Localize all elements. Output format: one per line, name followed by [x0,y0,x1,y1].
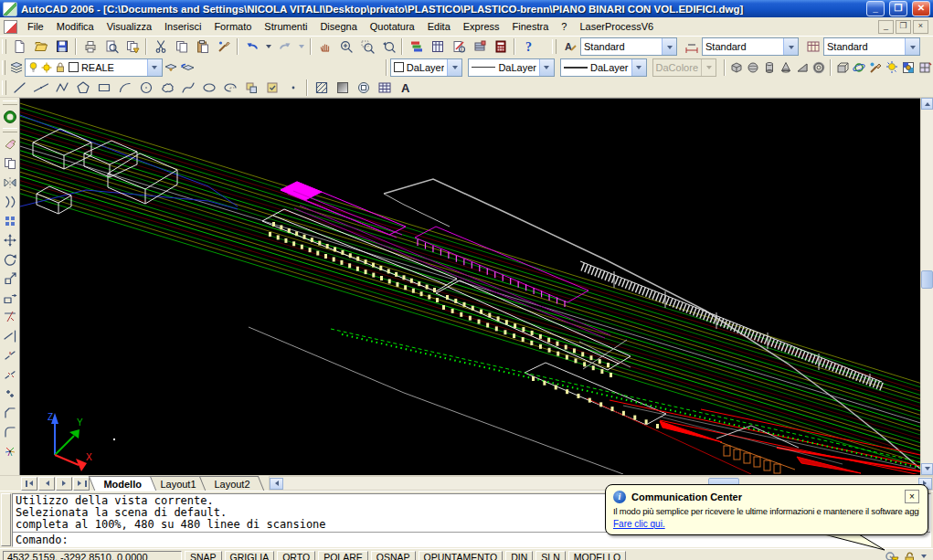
scale-button[interactable] [0,269,19,288]
table-style-dropdown-icon[interactable] [905,38,919,55]
plot-preview-button[interactable] [101,37,122,57]
toolbar-grip[interactable] [3,100,17,105]
undo-button[interactable] [241,37,262,57]
tray-dropdown-icon[interactable] [921,555,927,560]
redo-dropdown[interactable] [295,37,307,57]
array-button[interactable] [0,211,19,230]
move-button[interactable] [0,230,19,249]
join-button[interactable] [0,384,19,403]
layer-manager-button[interactable] [8,58,25,78]
layer-on-bulb-icon[interactable] [28,61,38,73]
toggle-modello[interactable]: MODELLO [568,551,626,560]
menu-formato[interactable]: Formato [207,19,258,34]
tab-modello[interactable]: Modello [89,476,156,491]
construction-line-tool-button[interactable] [30,78,51,98]
circle-tool-button[interactable] [135,78,156,98]
close-button[interactable]: ✕ [912,1,930,16]
coordinates-display[interactable]: 4532.5159, -3292.8510, 0.0000 [3,551,182,560]
3d-orbit-button[interactable] [851,58,867,78]
mtext-tool-button[interactable]: A [395,78,416,98]
restore-button[interactable]: ❐ [889,1,907,16]
vertical-scrollbar[interactable] [920,98,933,475]
plot-button[interactable] [80,37,101,57]
toggle-orto[interactable]: ORTO [277,551,315,560]
erase-button[interactable] [0,134,19,153]
toggle-polare[interactable]: POLARE [318,551,368,560]
popup-link[interactable]: Fare clic qui. [613,519,665,529]
toggle-sln[interactable]: SLN [535,551,565,560]
last-tab-button[interactable] [73,477,90,491]
minimize-button[interactable]: _ [866,1,885,16]
menu-inserisci[interactable]: Inserisci [158,19,207,34]
line-tool-button[interactable] [9,78,30,98]
scroll-up-button[interactable] [921,98,933,110]
lineweight-combo[interactable]: DaLayer [560,58,647,77]
mdi-minimize-button[interactable]: _ [878,20,894,34]
layer-combo[interactable]: REALE [25,58,163,77]
menu-help[interactable]: ? [555,19,573,34]
save-button[interactable] [51,37,72,57]
menu-edita[interactable]: Edita [421,19,457,34]
ellipse-arc-tool-button[interactable] [219,78,240,98]
menu-file[interactable]: File [21,19,50,34]
text-style-dropdown-icon[interactable] [662,38,676,55]
help-button[interactable]: ? [518,37,539,57]
arc-tool-button[interactable] [114,78,135,98]
spline-tool-button[interactable] [177,78,198,98]
toggle-griglia[interactable]: GRIGLIA [225,551,275,560]
toolbar-grip[interactable] [2,39,6,54]
new-file-button[interactable] [9,37,30,57]
scroll-left-button[interactable] [270,478,283,490]
toolbar-grip[interactable] [2,80,6,95]
redo-button[interactable] [274,37,295,57]
dim-style-combo[interactable]: Standard [702,37,799,56]
sphere-primitive-button[interactable] [745,58,761,78]
menu-strumenti[interactable]: Strumenti [258,19,313,34]
menu-visualizza[interactable]: Visualizza [101,19,158,34]
tab-layout2[interactable]: Layout2 [198,476,264,491]
layer-color-swatch[interactable] [69,62,79,72]
drawing-canvas[interactable]: Z Y X [19,98,920,475]
gradient-tool-button[interactable] [332,78,353,98]
revcloud-tool-button[interactable] [156,78,177,98]
extrude-button[interactable] [834,58,851,78]
point-tool-button[interactable] [282,78,303,98]
menu-quotatura[interactable]: Quotatura [364,19,421,34]
insert-block-button[interactable] [240,78,261,98]
fillet-button[interactable] [0,422,19,441]
cone-primitive-button[interactable] [778,58,794,78]
mirror-button[interactable] [0,173,19,192]
layer-previous-button[interactable] [179,58,196,78]
sphere-render-button[interactable] [0,107,19,126]
copy-button[interactable] [171,37,192,57]
next-tab-button[interactable] [56,477,72,491]
make-object-layer-current-button[interactable] [163,58,179,78]
db-connect-button[interactable] [469,37,490,57]
mdi-close-button[interactable]: × [913,20,928,34]
torus-primitive-button[interactable] [811,58,827,78]
tool-palettes-button[interactable] [406,37,427,57]
publish-button[interactable] [122,37,143,57]
toggle-osnap[interactable]: OSNAP [371,551,416,560]
linetype-combo[interactable]: DaLayer [468,58,555,77]
lineweight-dropdown-icon[interactable] [631,59,646,76]
markup-set-manager-button[interactable] [448,37,469,57]
command-window-grip[interactable] [1,493,11,546]
hatch-tool-button[interactable] [311,78,332,98]
menu-express[interactable]: Express [457,19,506,34]
unlock-icon[interactable] [903,551,916,560]
linetype-dropdown-icon[interactable] [539,59,554,76]
calculator-button[interactable] [490,37,511,57]
break-at-point-button[interactable] [0,345,19,365]
wedge-primitive-button[interactable] [794,58,811,78]
zoom-previous-button[interactable] [377,37,398,57]
open-file-button[interactable] [30,37,51,57]
pan-realtime-button[interactable] [314,37,335,57]
menu-modifica[interactable]: Modifica [50,19,101,34]
toggle-snap[interactable]: SNAP [185,551,222,560]
previous-tab-button[interactable] [38,477,55,491]
sheet-set-manager-button[interactable] [427,37,448,57]
box-primitive-button[interactable] [728,58,745,78]
first-tab-button[interactable] [21,477,37,491]
trim-button[interactable] [0,307,19,326]
